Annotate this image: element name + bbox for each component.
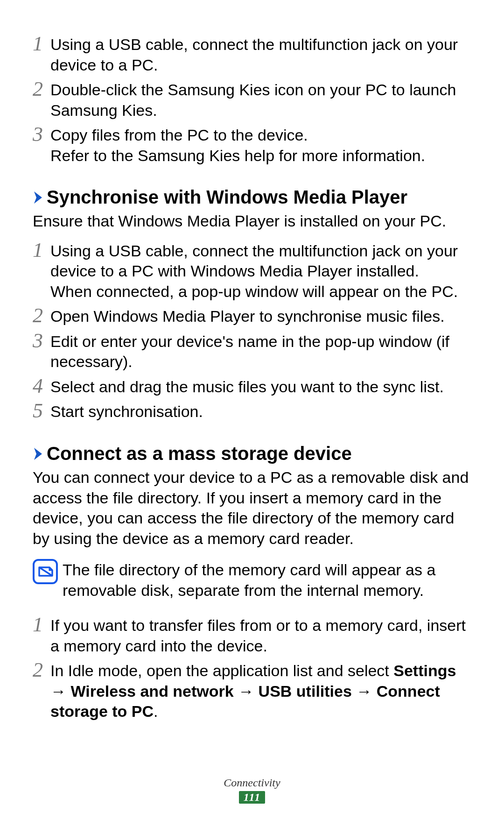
step2-suffix: . [154,702,158,720]
section1-steps: 1 Using a USB cable, connect the multifu… [33,240,471,422]
step-item: 5 Start synchronisation. [33,401,471,422]
step-number: 4 [33,376,50,396]
step-text: Edit or enter your device's name in the … [50,331,471,372]
step-item: 1 Using a USB cable, connect the multifu… [33,34,471,75]
step-text: Open Windows Media Player to synchronise… [50,305,471,327]
step-text: Start synchronisation. [50,401,471,422]
page-footer: Connectivity 111 [0,777,504,804]
section-intro: You can connect your device to a PC as a… [33,467,471,549]
step-item: 1 If you want to transfer files from or … [33,615,471,656]
step-number: 2 [33,660,50,680]
step-text: Using a USB cable, connect the multifunc… [50,240,471,302]
step-text: Double-click the Samsung Kies icon on yo… [50,79,471,120]
arrow-sep: → [50,682,70,700]
step-item: 1 Using a USB cable, connect the multifu… [33,240,471,302]
step2-bold-usb: USB utilities [259,682,352,700]
chevron-right-icon [33,447,44,461]
note-text: The file directory of the memory card wi… [63,559,471,601]
step-number: 5 [33,401,50,421]
section-heading-mass-storage: Connect as a mass storage device [33,442,471,466]
chevron-right-icon [33,191,44,205]
step-number: 3 [33,124,50,145]
note-block: The file directory of the memory card wi… [33,559,471,601]
step-text: Select and drag the music files you want… [50,376,471,397]
footer-section-label: Connectivity [0,777,504,789]
step2-bold-settings: Settings [393,662,456,679]
step-item: 3 Edit or enter your device's name in th… [33,331,471,372]
arrow-sep: → [352,682,377,700]
content-body: 1 Using a USB cable, connect the multifu… [33,34,471,722]
top-steps: 1 Using a USB cable, connect the multifu… [33,34,471,166]
step-number: 2 [33,79,50,99]
step-number: 1 [33,615,50,635]
step-number: 1 [33,240,50,261]
step-item: 3 Copy files from the PC to the device.R… [33,124,471,166]
step-number: 1 [33,34,50,54]
step-item: 2 Double-click the Samsung Kies icon on … [33,79,471,120]
step-number: 3 [33,331,50,351]
step-item: 4 Select and drag the music files you wa… [33,376,471,397]
section-intro: Ensure that Windows Media Player is inst… [33,211,471,232]
section-heading-sync-wmp: Synchronise with Windows Media Player [33,185,471,209]
section2-steps: 1 If you want to transfer files from or … [33,615,471,722]
step-text: Copy files from the PC to the device.Ref… [50,124,471,166]
step-text: Using a USB cable, connect the multifunc… [50,34,471,75]
step-text: If you want to transfer files from or to… [50,615,471,656]
step-text: In Idle mode, open the application list … [50,660,471,722]
step2-bold-wireless: Wireless and network [70,682,233,700]
section-title: Synchronise with Windows Media Player [47,185,407,209]
section-title: Connect as a mass storage device [47,442,352,466]
step2-prefix: In Idle mode, open the application list … [50,662,393,679]
step-number: 2 [33,305,50,326]
note-icon [33,559,58,584]
page: 1 Using a USB cable, connect the multifu… [0,0,504,827]
step-item: 2 In Idle mode, open the application lis… [33,660,471,722]
arrow-sep: → [234,682,259,700]
page-number: 111 [239,791,265,804]
step-item: 2 Open Windows Media Player to synchroni… [33,305,471,327]
